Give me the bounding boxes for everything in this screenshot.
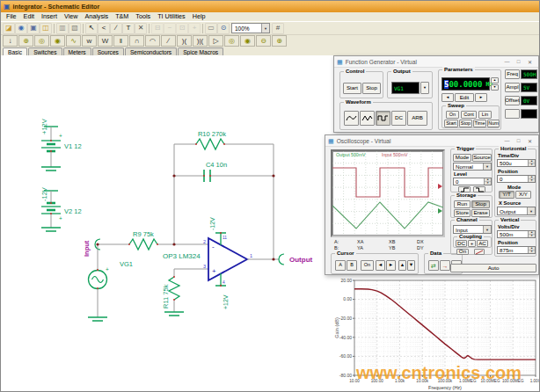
coupling-gnd-button[interactable]: + (468, 240, 476, 247)
scope-display: Output 500mV Input 500mV (331, 149, 445, 237)
cursor-group-label: Cursor (335, 250, 356, 257)
storage-stop-button[interactable]: Stop (471, 200, 490, 208)
trigger-rising-edge-button[interactable] (458, 186, 471, 192)
fg-digit-right-button[interactable]: ► (475, 93, 487, 102)
minimize-icon[interactable]: — (501, 135, 513, 146)
fg-sweep-stop-button[interactable]: Stop (459, 120, 472, 127)
fg-readout-freq-display: 500Hz (521, 69, 537, 79)
cursor-button-3[interactable]: ◄ (376, 260, 385, 271)
xsource-select[interactable]: Output▼ (497, 207, 536, 215)
capacitor-c4[interactable]: C4 10n (174, 161, 274, 182)
coupling-ac-button[interactable]: AC (477, 240, 488, 247)
h-mode-label: Mode (507, 185, 521, 191)
timediv-value: 500u (500, 160, 512, 166)
cursor-button-2[interactable]: On (361, 260, 374, 271)
fg-parameters-group: Parameters 500.0000 Hz ▲ ▼ ◄ Edit ► Swee… (438, 69, 501, 130)
v-position-input[interactable]: 875m▲▼ (497, 246, 536, 254)
resistor-r9[interactable]: R9 75k (98, 230, 208, 250)
mode-xy-button[interactable]: X/Y (515, 191, 531, 199)
fg-sweep-lin-button[interactable]: Lin (478, 111, 492, 119)
cursor-readout-value: A: (334, 240, 339, 245)
copy-data-icon[interactable]: → (440, 260, 450, 271)
fg-readout-freq-button[interactable]: Freq (505, 69, 520, 79)
fg-start-button[interactable]: Start (343, 83, 361, 94)
channel-select[interactable]: Input▼ (453, 225, 492, 234)
resistor-r11[interactable]: R11 75k (162, 269, 184, 316)
close-icon[interactable]: ✕ (524, 135, 536, 146)
export-curves-icon[interactable]: ⇄ (428, 260, 439, 271)
voltsdiv-input[interactable]: 500m▲▼ (497, 230, 536, 238)
r9-label: R9 75k (133, 230, 154, 238)
fg-parameters-label: Parameters (442, 67, 475, 73)
ground-symbol (41, 228, 61, 231)
scope-auto-button[interactable]: Auto (450, 264, 536, 272)
fg-sweep-cont-button[interactable]: Cont (461, 111, 477, 119)
vertical-group-label: Vertical (499, 217, 521, 223)
storage-store-button[interactable]: Store (454, 209, 471, 217)
trigger-mode-button[interactable]: Mode (453, 154, 471, 162)
cursor-button-0[interactable]: A (335, 260, 346, 271)
mode-yt-button[interactable]: Y/T (499, 191, 514, 199)
fg-readout-blank-button[interactable] (505, 109, 520, 119)
storage-run-button[interactable]: Run (454, 200, 471, 208)
fg-readout-ampl-button[interactable]: Ampl (505, 83, 520, 92)
generator-vg1[interactable]: + VG1 (88, 244, 133, 321)
y-tick-label: 0.00 (343, 296, 352, 301)
channel-slope-button[interactable] (474, 249, 485, 255)
channel-on-button[interactable]: On (456, 249, 469, 255)
xsource-label: X Source (499, 201, 521, 207)
battery-v1[interactable]: +12V + V1 12 (40, 119, 82, 171)
r11-label: R11 75k (162, 284, 170, 309)
trigger-mode-select[interactable]: Normal▼ (453, 163, 492, 171)
fg-triangle-button[interactable] (360, 111, 375, 126)
cursor-button-4[interactable]: ► (386, 260, 396, 271)
opamp-op3[interactable]: - + 2 3 1 11 4 -12V +12V OP3 LM324 (163, 217, 252, 309)
function-generator-titlebar[interactable]: ▦ Function Generator - Virtual — □ ✕ (334, 56, 538, 68)
input-label: Input (83, 240, 91, 257)
coupling-dc-button[interactable]: DC (456, 240, 467, 247)
minimize-icon[interactable]: — (501, 56, 513, 67)
output-terminal[interactable]: Output (247, 254, 313, 265)
fg-arb-button[interactable]: ARB (407, 111, 427, 126)
fg-sweep-time-button[interactable]: Time (473, 120, 486, 127)
voltsdiv-label: Volts/Div (498, 225, 519, 230)
fg-edit-button[interactable]: Edit (455, 93, 474, 102)
pin3-number: 3 (203, 264, 206, 269)
maximize-icon[interactable]: □ (513, 56, 524, 67)
timediv-input[interactable]: 500u▲▼ (497, 159, 536, 167)
fg-waveform-group: Waveform DC ARB (339, 102, 433, 130)
fg-sweep-on-button[interactable]: On (446, 111, 459, 119)
cursor-button-1[interactable]: B (347, 260, 357, 271)
fg-sweep-start-button[interactable]: Start (444, 120, 458, 127)
trigger-falling-edge-button[interactable] (473, 186, 485, 192)
storage-erase-button[interactable]: Erase (471, 209, 490, 217)
fg-readout-offset-button[interactable]: Offset (505, 96, 520, 105)
scope-channel-group: Channel Input▼ Coupling DC + AC On (450, 220, 493, 255)
cursor-button-6[interactable]: ▼ (407, 260, 415, 271)
fg-sweep-num-button[interactable]: Num (487, 120, 500, 127)
fg-readout-blank-display (521, 109, 537, 119)
trigger-level-input[interactable]: 0▲▼ (453, 178, 492, 185)
xsource-value: Output (500, 208, 516, 214)
fg-freq-up-button[interactable]: ▲ (491, 77, 499, 83)
fg-digit-left-button[interactable]: ◄ (441, 93, 454, 102)
fg-output-dropdown-button[interactable]: ▼ (420, 82, 429, 94)
resistor-r10[interactable]: R10 270k (174, 130, 274, 149)
maximize-icon[interactable]: □ (513, 135, 524, 146)
trigger-source-button[interactable]: Source (472, 154, 492, 162)
fg-sine-button[interactable] (344, 111, 359, 126)
cursor-button-5[interactable]: ▲ (398, 260, 406, 271)
ground-symbol (88, 317, 107, 321)
fg-dc-button[interactable]: DC (391, 111, 406, 126)
ground-symbol (164, 312, 184, 316)
close-icon[interactable]: ✕ (524, 56, 536, 67)
battery-v2[interactable]: -12V + V2 12 (40, 187, 82, 231)
fg-square-button[interactable] (376, 111, 390, 126)
fg-stop-button[interactable]: Stop (362, 83, 381, 94)
fg-freq-down-button[interactable]: ▼ (491, 84, 499, 91)
fg-control-label: Control (344, 69, 366, 75)
h-position-input[interactable]: 0▲▼ (497, 175, 536, 183)
r10-label: R10 270k (198, 130, 226, 138)
function-generator-window[interactable]: ▦ Function Generator - Virtual — □ ✕ Con… (333, 55, 539, 133)
oscilloscope-window[interactable]: ▦ Oscilloscope - Virtual — □ ✕ Output 50… (325, 134, 539, 275)
